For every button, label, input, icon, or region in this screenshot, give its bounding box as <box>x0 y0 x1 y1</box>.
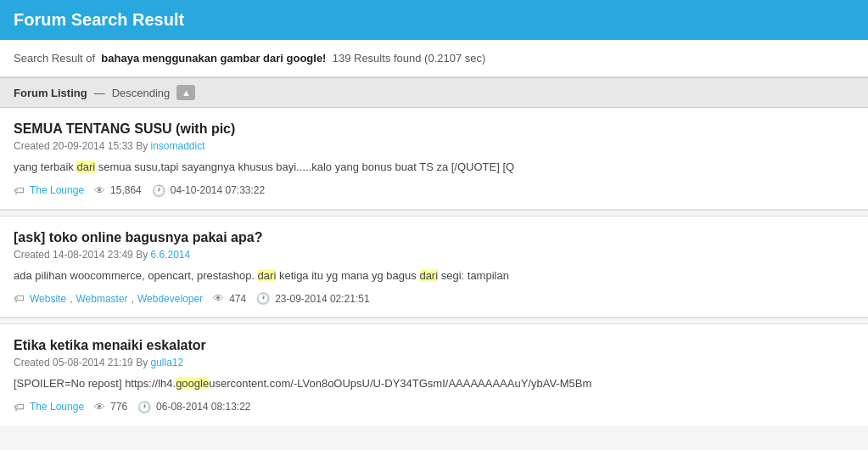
listing-label: Forum Listing <box>14 87 87 99</box>
by-label-2: By <box>136 249 148 261</box>
excerpt-text-3b: usercontent.com/-LVon8oOUpsU/U-DY34TGsmI… <box>209 377 591 390</box>
result-meta-2: Created 14-08-2014 23:49 By 6.6.2014 <box>14 249 854 261</box>
excerpt-text-3a: [SPOILER=No repost] https://lh4. <box>14 377 176 390</box>
excerpt-highlight-2b: dari <box>419 269 438 282</box>
separator-2 <box>0 318 868 324</box>
page-title: Forum Search Result <box>14 10 854 30</box>
search-summary: Search Result of bahaya menggunakan gamb… <box>0 40 868 77</box>
tag-link-3a[interactable]: The Lounge <box>30 401 84 413</box>
listing-bar: Forum Listing — Descending ▲ <box>0 77 868 108</box>
date-group-1: 🕐 04-10-2014 07:33:22 <box>152 184 265 197</box>
excerpt-text-2c: segi: tampilan <box>438 269 509 282</box>
result-excerpt-2: ada pilihan woocommerce, opencart, prest… <box>14 267 854 284</box>
views-icon-1: 👁 <box>94 184 105 197</box>
date-str-1: 04-10-2014 07:33:22 <box>171 184 265 196</box>
excerpt-text-2b: ketiga itu yg mana yg bagus <box>276 269 419 282</box>
excerpt-text-1b: semua susu,tapi sayangnya khusus bayi...… <box>95 160 514 173</box>
result-item-1: SEMUA TENTANG SUSU (with pic) Created 20… <box>0 108 868 210</box>
views-icon-2: 👁 <box>213 292 224 305</box>
by-label-1: By <box>136 140 148 152</box>
result-title-1[interactable]: SEMUA TENTANG SUSU (with pic) <box>14 121 854 137</box>
search-query: bahaya menggunakan gambar dari google! <box>101 52 326 65</box>
result-tags-1: 🏷 The Lounge 👁 15,864 🕐 04-10-2014 07:33… <box>14 184 854 197</box>
search-summary-prefix: Search Result of <box>14 52 95 65</box>
created-date-3: 05-08-2014 21:19 <box>53 357 133 368</box>
tag-link-1a[interactable]: The Lounge <box>30 184 84 196</box>
listing-order: Descending <box>112 87 171 99</box>
views-count-3: 776 <box>110 401 127 413</box>
result-title-3[interactable]: Etika ketika menaiki eskalator <box>14 338 854 353</box>
sort-icon[interactable]: ▲ <box>176 85 195 100</box>
date-icon-1: 🕐 <box>152 184 165 197</box>
date-group-2: 🕐 23-09-2014 02:21:51 <box>256 292 369 305</box>
excerpt-highlight-3a: google <box>176 377 209 390</box>
author-link-2[interactable]: 6.6.2014 <box>151 249 191 261</box>
excerpt-text-2a: ada pilihan woocommerce, opencart, prest… <box>14 269 258 282</box>
page-container: Forum Search Result Search Result of bah… <box>0 0 868 425</box>
result-item-3: Etika ketika menaiki eskalator Created 0… <box>0 324 868 425</box>
separator-1 <box>0 210 868 217</box>
result-title-2[interactable]: [ask] toko online bagusnya pakai apa? <box>14 230 854 245</box>
date-icon-2: 🕐 <box>256 292 270 305</box>
tag-link-2c[interactable]: Webdeveloper <box>137 293 203 305</box>
forum-header: Forum Search Result <box>0 0 868 40</box>
listing-separator: — <box>94 87 105 99</box>
author-link-1[interactable]: insomaddict <box>151 140 205 152</box>
excerpt-highlight-1a: dari <box>76 160 95 173</box>
views-group-2: 👁 474 <box>213 292 246 305</box>
result-excerpt-3: [SPOILER=No repost] https://lh4.googleus… <box>14 375 854 392</box>
views-group-1: 👁 15,864 <box>94 184 142 197</box>
tag-link-2b[interactable]: Webmaster <box>76 293 127 305</box>
created-label-3: Created <box>14 357 50 368</box>
result-tags-2: 🏷 Website, Webmaster, Webdeveloper 👁 474… <box>14 292 854 305</box>
date-str-2: 23-09-2014 02:21:51 <box>275 293 369 305</box>
date-icon-3: 🕐 <box>137 401 151 413</box>
date-str-3: 06-08-2014 08:13:22 <box>156 401 250 413</box>
tag-group-2: 🏷 Website, Webmaster, Webdeveloper <box>14 292 203 305</box>
result-tags-3: 🏷 The Lounge 👁 776 🕐 06-08-2014 08:13:22 <box>14 401 854 413</box>
created-date-1: 20-09-2014 15:33 <box>53 140 133 152</box>
tag-icon-2: 🏷 <box>14 292 25 305</box>
created-label-2: Created <box>14 249 50 261</box>
views-group-3: 👁 776 <box>94 401 127 413</box>
views-count-1: 15,864 <box>110 184 142 196</box>
tag-icon-1: 🏷 <box>14 184 25 197</box>
tag-icon-3: 🏷 <box>14 401 25 413</box>
created-label-1: Created <box>14 140 50 152</box>
result-meta-1: Created 20-09-2014 15:33 By insomaddict <box>14 140 854 152</box>
views-icon-3: 👁 <box>94 401 105 413</box>
tag-group-3: 🏷 The Lounge <box>14 401 84 413</box>
search-result-count: 139 Results found (0.2107 sec) <box>333 52 486 65</box>
result-excerpt-1: yang terbaik dari semua susu,tapi sayang… <box>14 159 854 176</box>
created-date-2: 14-08-2014 23:49 <box>53 249 133 261</box>
author-link-3[interactable]: gulla12 <box>151 357 184 368</box>
result-meta-3: Created 05-08-2014 21:19 By gulla12 <box>14 357 854 368</box>
tag-link-2a[interactable]: Website <box>30 293 66 305</box>
views-count-2: 474 <box>229 293 246 305</box>
excerpt-highlight-2a: dari <box>258 269 277 282</box>
tag-group-1: 🏷 The Lounge <box>14 184 84 197</box>
by-label-3: By <box>136 357 148 368</box>
result-item-2: [ask] toko online bagusnya pakai apa? Cr… <box>0 217 868 318</box>
excerpt-text-1a: yang terbaik <box>14 160 76 173</box>
date-group-3: 🕐 06-08-2014 08:13:22 <box>137 401 250 413</box>
